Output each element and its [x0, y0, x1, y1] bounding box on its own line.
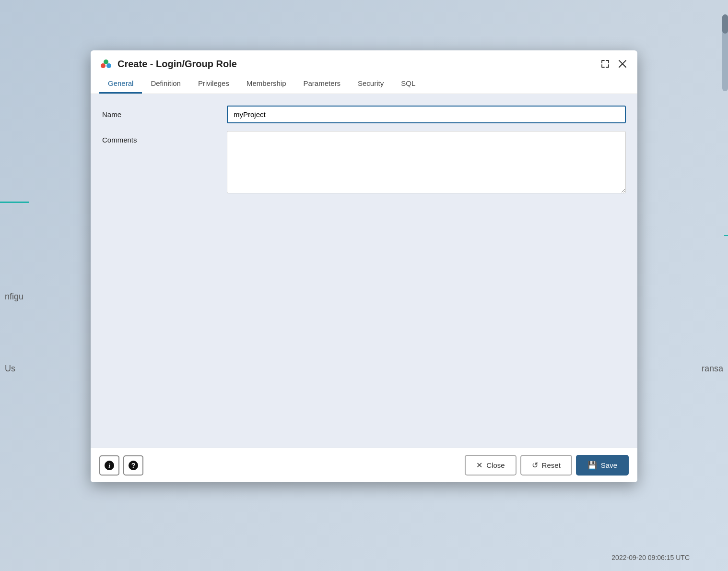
save-btn-label: Save: [601, 461, 617, 469]
tab-sql[interactable]: SQL: [392, 74, 424, 94]
close-btn-icon: ✕: [476, 461, 482, 470]
tab-security[interactable]: Security: [349, 74, 392, 94]
dialog: Create - Login/Group Role General: [91, 50, 637, 482]
comments-textarea[interactable]: [227, 131, 626, 193]
svg-text:?: ?: [131, 462, 136, 469]
tab-parameters[interactable]: Parameters: [294, 74, 349, 94]
comments-control: [227, 131, 626, 195]
info-icon: i: [104, 460, 115, 471]
save-button[interactable]: 💾 Save: [576, 455, 629, 476]
reset-btn-icon: ↺: [532, 461, 538, 470]
group-role-icon: [99, 57, 113, 71]
footer-left: i ?: [99, 455, 143, 476]
help-icon: ?: [128, 460, 139, 471]
tab-definition[interactable]: Definition: [142, 74, 189, 94]
tab-membership[interactable]: Membership: [238, 74, 295, 94]
tabs-bar: General Definition Privileges Membership…: [91, 74, 637, 94]
tab-general[interactable]: General: [99, 74, 142, 94]
tab-privileges[interactable]: Privileges: [189, 74, 238, 94]
reset-btn-label: Reset: [542, 461, 561, 469]
expand-icon: [601, 59, 610, 68]
info-button[interactable]: i: [99, 455, 119, 476]
reset-button[interactable]: ↺ Reset: [520, 455, 572, 476]
comments-row: Comments: [102, 131, 626, 195]
dialog-title: Create - Login/Group Role: [117, 59, 237, 70]
dialog-controls: [599, 58, 629, 70]
dialog-header: Create - Login/Group Role: [91, 50, 637, 71]
close-button[interactable]: ✕ Close: [465, 455, 516, 476]
name-input[interactable]: [227, 106, 626, 123]
name-row: Name: [102, 106, 626, 123]
modal-overlay: Create - Login/Group Role General: [0, 0, 728, 571]
close-icon: [618, 59, 627, 68]
name-label: Name: [102, 106, 227, 119]
save-btn-icon: 💾: [587, 461, 597, 470]
expand-button[interactable]: [599, 58, 611, 70]
footer-right: ✕ Close ↺ Reset 💾 Save: [465, 455, 629, 476]
help-button[interactable]: ?: [123, 455, 143, 476]
close-btn-label: Close: [486, 461, 505, 469]
close-dialog-button[interactable]: [616, 58, 629, 70]
svg-text:i: i: [108, 462, 110, 469]
svg-point-1: [104, 59, 108, 64]
dialog-title-row: Create - Login/Group Role: [99, 57, 237, 71]
dialog-footer: i ? ✕ Close ↺ Reset: [91, 448, 637, 482]
svg-point-0: [101, 63, 106, 68]
svg-point-2: [106, 63, 111, 68]
comments-label: Comments: [102, 131, 227, 144]
dialog-body: Name Comments: [91, 94, 637, 448]
name-control: [227, 106, 626, 123]
